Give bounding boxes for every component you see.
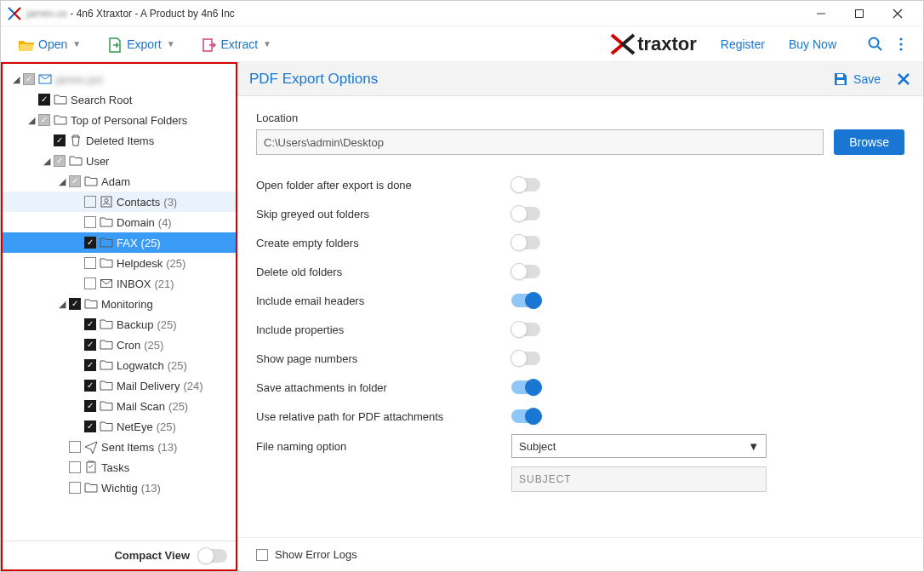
buy-now-link[interactable]: Buy Now — [789, 37, 836, 51]
tree-checkbox[interactable]: ✓ — [84, 237, 96, 249]
contacts-icon — [100, 195, 113, 209]
close-button[interactable] — [878, 1, 916, 26]
tree-item[interactable]: ✓Mail Delivery (24) — [3, 375, 236, 396]
open-menu[interactable]: Open ▼ — [13, 33, 86, 55]
tree-item-label: NetEye — [117, 420, 153, 433]
tree-checkbox[interactable]: ✓ — [69, 175, 81, 187]
svg-rect-1 — [855, 9, 863, 17]
extract-menu[interactable]: Extract ▼ — [196, 33, 277, 55]
tree-checkbox[interactable]: ✓ — [38, 114, 50, 126]
option-label: Use relative path for PDF attachments — [256, 410, 511, 423]
show-error-logs-label: Show Error Logs — [275, 548, 357, 561]
tree-checkbox[interactable] — [84, 257, 96, 269]
expander-toggle[interactable]: ◢ — [25, 115, 38, 126]
minimize-button[interactable] — [801, 1, 840, 26]
folder-icon — [54, 113, 67, 127]
tree-item[interactable]: ✓Mail Scan (25) — [3, 396, 236, 416]
tree-checkbox[interactable] — [69, 482, 81, 494]
sidebar-footer: Compact View — [3, 541, 236, 569]
tree-checkbox[interactable]: ✓ — [38, 94, 50, 106]
option-toggle[interactable] — [511, 409, 540, 423]
tree-item[interactable]: Helpdesk (25) — [3, 253, 236, 273]
chevron-down-icon: ▼ — [72, 39, 81, 49]
file-naming-select[interactable]: Subject ▼ — [511, 434, 767, 458]
expander-toggle[interactable]: ◢ — [55, 176, 69, 187]
tree-checkbox[interactable]: ✓ — [69, 298, 81, 310]
search-button[interactable] — [865, 34, 886, 54]
compact-view-toggle[interactable] — [198, 549, 227, 563]
browse-button[interactable]: Browse — [834, 129, 904, 155]
tree-item[interactable]: ◢✓User — [3, 151, 236, 171]
tree-checkbox[interactable]: ✓ — [54, 155, 66, 167]
tree-item[interactable]: ✓Logwatch (25) — [3, 355, 236, 375]
tree-checkbox[interactable]: ✓ — [84, 339, 96, 351]
option-toggle[interactable] — [511, 236, 540, 249]
tree-checkbox[interactable] — [84, 216, 96, 228]
tree-item[interactable]: ✓FAX (25) — [3, 232, 236, 253]
tree-item[interactable]: ◢✓Monitoring — [3, 294, 236, 314]
tree-checkbox[interactable]: ✓ — [54, 134, 66, 146]
option-toggle[interactable] — [511, 323, 540, 336]
register-link[interactable]: Register — [721, 37, 765, 51]
tree-item[interactable]: Tasks — [3, 457, 236, 478]
save-button[interactable]: Save — [833, 72, 881, 87]
trash-icon — [69, 134, 83, 147]
svg-rect-16 — [837, 80, 845, 84]
export-label: Export — [127, 37, 161, 51]
option-toggle[interactable] — [511, 265, 540, 278]
tree-item-label: Sent Items — [101, 441, 154, 454]
expander-toggle[interactable]: ◢ — [9, 74, 23, 85]
option-toggle[interactable] — [511, 294, 540, 307]
option-label: Skip greyed out folders — [256, 208, 511, 220]
tree-item[interactable]: Domain (4) — [3, 212, 236, 232]
tree-checkbox[interactable]: ✓ — [84, 420, 96, 432]
tree-checkbox[interactable]: ✓ — [84, 318, 96, 330]
location-input[interactable] — [256, 129, 824, 155]
tree-checkbox[interactable]: ✓ — [84, 359, 96, 371]
tree-item[interactable]: Wichtig (13) — [3, 478, 236, 498]
export-menu[interactable]: Export ▼ — [101, 33, 180, 55]
option-toggle[interactable] — [511, 380, 540, 394]
folder-icon — [100, 379, 113, 392]
chevron-down-icon: ▼ — [263, 39, 271, 49]
naming-pattern-input[interactable] — [511, 466, 767, 492]
option-toggle[interactable] — [511, 178, 540, 192]
show-error-logs-checkbox[interactable] — [256, 549, 268, 561]
tree-item[interactable]: ✓NetEye (25) — [3, 416, 236, 437]
tree-item[interactable]: ◢✓Adam — [3, 171, 236, 192]
expander-toggle[interactable]: ◢ — [40, 156, 54, 167]
tree-item[interactable]: Sent Items (13) — [3, 437, 236, 457]
maximize-button[interactable] — [840, 1, 878, 26]
tree-checkbox[interactable]: ✓ — [23, 73, 35, 85]
option-toggle[interactable] — [511, 352, 540, 365]
option-toggle[interactable] — [511, 207, 540, 220]
tree-item[interactable]: ✓Backup (25) — [3, 314, 236, 335]
chevron-down-icon: ▼ — [167, 39, 175, 49]
option-row: Save attachments in folder — [256, 373, 904, 402]
more-menu[interactable] — [891, 34, 911, 54]
tree-checkbox[interactable]: ✓ — [84, 380, 96, 392]
tree-item[interactable]: ◢✓Top of Personal Folders — [3, 110, 236, 130]
item-count: (25) — [157, 318, 176, 331]
tree-item[interactable]: ✓Cron (25) — [3, 335, 236, 355]
tree-item[interactable]: ✓Search Root — [3, 89, 236, 110]
svg-rect-15 — [837, 74, 843, 77]
option-label: Save attachments in folder — [256, 381, 511, 394]
folder-tree[interactable]: ◢✓james.pst✓Search Root◢✓Top of Personal… — [3, 64, 236, 541]
tree-checkbox[interactable] — [84, 277, 96, 289]
tree-item[interactable]: Contacts (3) — [3, 192, 236, 212]
tree-checkbox[interactable] — [69, 441, 81, 453]
tree-checkbox[interactable] — [84, 196, 96, 208]
app-icon — [8, 7, 21, 20]
tree-checkbox[interactable]: ✓ — [84, 400, 96, 412]
tree-item[interactable]: ◢✓james.pst — [3, 69, 236, 89]
panel-close-button[interactable] — [896, 72, 911, 87]
svg-point-12 — [105, 199, 108, 203]
item-count: (3) — [163, 196, 177, 209]
tree-checkbox[interactable] — [69, 461, 81, 473]
tree-item[interactable]: INBOX (21) — [3, 273, 236, 294]
folder-icon — [100, 317, 113, 331]
tree-item[interactable]: ✓Deleted Items — [3, 130, 236, 151]
expander-toggle[interactable]: ◢ — [55, 299, 69, 310]
tree-item-label: Mail Scan — [117, 400, 165, 413]
